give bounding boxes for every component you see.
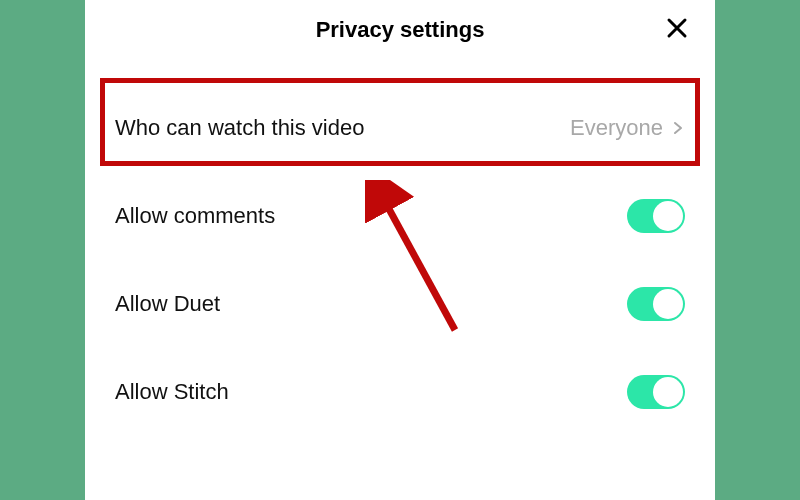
row-allow-stitch: Allow Stitch (85, 348, 715, 436)
close-button[interactable] (663, 16, 691, 44)
privacy-settings-panel: Privacy settings Who can watch this vide… (85, 0, 715, 500)
toggle-knob (653, 289, 683, 319)
toggle-allow-comments[interactable] (627, 199, 685, 233)
toggle-knob (653, 201, 683, 231)
close-icon (665, 16, 689, 44)
row-label-allow-comments: Allow comments (115, 203, 275, 229)
toggle-knob (653, 377, 683, 407)
toggle-allow-stitch[interactable] (627, 375, 685, 409)
header: Privacy settings (85, 0, 715, 60)
row-allow-comments: Allow comments (85, 172, 715, 260)
row-label-allow-stitch: Allow Stitch (115, 379, 229, 405)
row-value-who-can-watch: Everyone (570, 115, 663, 141)
row-label-allow-duet: Allow Duet (115, 291, 220, 317)
toggle-allow-duet[interactable] (627, 287, 685, 321)
page-title: Privacy settings (316, 17, 485, 43)
row-who-can-watch[interactable]: Who can watch this video Everyone (85, 84, 715, 172)
chevron-right-icon (671, 121, 685, 135)
row-right: Everyone (570, 115, 685, 141)
row-label-who-can-watch: Who can watch this video (115, 115, 364, 141)
row-allow-duet: Allow Duet (85, 260, 715, 348)
